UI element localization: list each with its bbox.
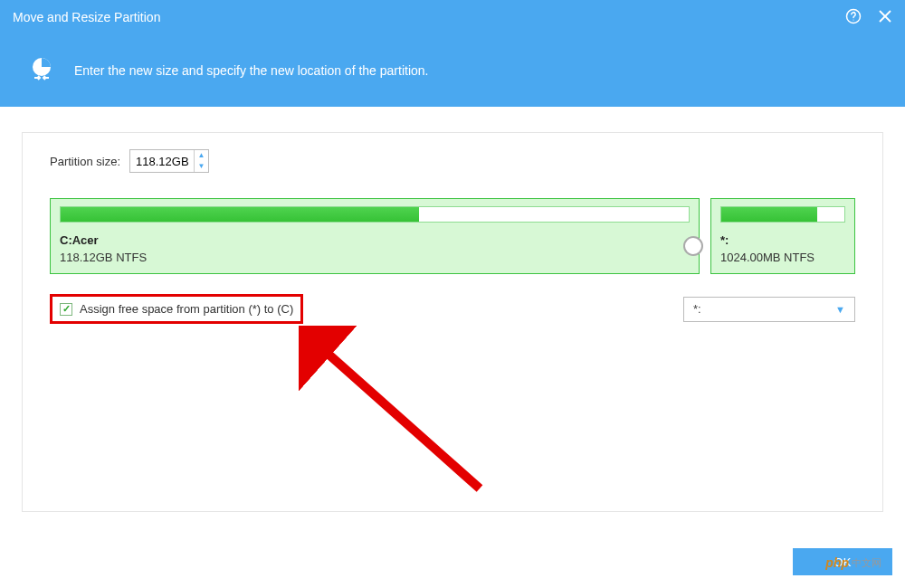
partition-size-input-wrapper: ▲ ▼ xyxy=(129,149,209,173)
header-text: Enter the new size and specify the new l… xyxy=(74,63,428,78)
main-panel: Partition size: ▲ ▼ C:Acer 118.12GB NTFS xyxy=(22,132,883,512)
partition-side-fill xyxy=(721,207,817,222)
partition-main-box[interactable]: C:Acer 118.12GB NTFS xyxy=(50,198,700,274)
close-icon[interactable] xyxy=(878,9,892,26)
ok-button-label: OK xyxy=(834,555,852,569)
help-icon[interactable] xyxy=(845,8,862,27)
titlebar: Move and Resize Partition xyxy=(0,0,905,34)
partition-side-bar xyxy=(720,206,845,223)
dropdown-selected: *: xyxy=(693,302,701,316)
content-area: Partition size: ▲ ▼ C:Acer 118.12GB NTFS xyxy=(0,107,905,534)
partition-main-detail: 118.12GB NTFS xyxy=(60,251,690,264)
titlebar-controls xyxy=(845,8,892,27)
resize-handle[interactable] xyxy=(683,236,703,256)
spinner-down-icon[interactable]: ▼ xyxy=(195,161,208,172)
partition-icon xyxy=(25,54,58,87)
partition-size-input[interactable] xyxy=(130,155,194,168)
partition-size-label: Partition size: xyxy=(50,155,120,168)
target-partition-dropdown[interactable]: *: ▼ xyxy=(683,297,855,322)
partition-size-row: Partition size: ▲ ▼ xyxy=(50,149,855,173)
chevron-down-icon: ▼ xyxy=(835,304,845,315)
assign-checkbox-group: ✓ Assign free space from partition (*) t… xyxy=(50,294,303,324)
partition-side-box[interactable]: *: 1024.00MB NTFS xyxy=(710,198,855,274)
assign-checkbox[interactable]: ✓ xyxy=(60,303,72,316)
header: Enter the new size and specify the new l… xyxy=(0,34,905,107)
ok-button[interactable]: OK xyxy=(793,548,892,575)
partition-visualizer: C:Acer 118.12GB NTFS *: 1024.00MB NTFS xyxy=(50,198,855,274)
partition-main-bar xyxy=(60,206,690,223)
partition-side-detail: 1024.00MB NTFS xyxy=(720,251,845,264)
partition-side-name: *: xyxy=(720,233,845,247)
svg-point-1 xyxy=(853,19,853,20)
assign-label: Assign free space from partition (*) to … xyxy=(80,302,293,316)
partition-main-fill xyxy=(61,207,419,222)
assign-row: ✓ Assign free space from partition (*) t… xyxy=(50,294,855,324)
size-spinner: ▲ ▼ xyxy=(194,150,208,172)
spinner-up-icon[interactable]: ▲ xyxy=(195,150,208,161)
partition-main-name: C:Acer xyxy=(60,233,690,247)
window-title: Move and Resize Partition xyxy=(13,10,845,24)
